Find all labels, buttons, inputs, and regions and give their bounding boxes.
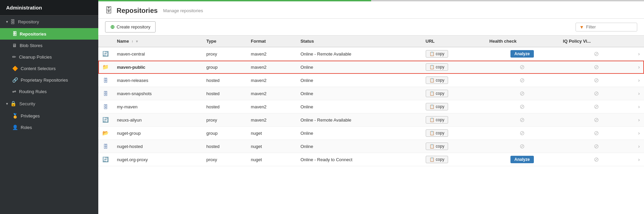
row-health-cell[interactable]: ⊘ <box>485 61 559 74</box>
row-actions-cell[interactable]: › <box>634 113 644 127</box>
row-url-cell[interactable]: 📋 copy <box>422 140 485 153</box>
row-url-cell[interactable]: 📋 copy <box>422 87 485 100</box>
repository-section-icon: 🗄 <box>10 19 15 25</box>
row-health-cell[interactable]: Analyze <box>485 153 559 166</box>
sidebar-item-routing-rules[interactable]: ⇌ Routing Rules <box>0 86 98 97</box>
row-health-cell[interactable]: ⊘ <box>485 87 559 100</box>
sidebar-item-cleanup-policies[interactable]: ✏ Cleanup Policies <box>0 51 98 63</box>
table-row[interactable]: 🗄 nuget-hosted hosted nuget Online 📋 cop… <box>98 140 644 153</box>
row-name-cell[interactable]: maven-releases <box>113 74 202 87</box>
row-type-cell: group <box>202 61 247 74</box>
row-health-cell[interactable]: ⊘ <box>485 100 559 113</box>
sidebar-item-blob-stores[interactable]: 🖥 Blob Stores <box>0 40 98 51</box>
copy-url-button[interactable]: 📋 copy <box>426 116 448 124</box>
row-url-cell[interactable]: 📋 copy <box>422 100 485 113</box>
page-title: Repositories <box>117 7 158 15</box>
row-format-cell: nuget <box>247 127 296 140</box>
row-icon-cell: 🗄 <box>98 100 113 113</box>
copy-url-button[interactable]: 📋 copy <box>426 63 448 71</box>
row-health-cell[interactable]: ⊘ <box>485 113 559 127</box>
analyze-button[interactable]: Analyze <box>510 50 534 58</box>
row-url-cell[interactable]: 📋 copy <box>422 61 485 74</box>
row-url-cell[interactable]: 📋 copy <box>422 47 485 61</box>
row-name-cell[interactable]: my-maven <box>113 100 202 113</box>
col-header-name[interactable]: Name ↑ ▾ <box>113 36 202 47</box>
row-health-cell[interactable]: ⊘ <box>485 127 559 140</box>
table-row[interactable]: 📂 nuget-group group nuget Online 📋 copy … <box>98 127 644 140</box>
row-icon-cell: 🔄 <box>98 113 113 127</box>
sidebar-item-repositories[interactable]: 🗄 Repositories <box>0 28 98 40</box>
table-row[interactable]: 🗄 maven-snapshots hosted maven2 Online 📋… <box>98 87 644 100</box>
row-expand-icon[interactable]: › <box>638 51 640 57</box>
table-row[interactable]: 🗄 my-maven hosted maven2 Online 📋 copy ⊘… <box>98 100 644 113</box>
row-expand-icon[interactable]: › <box>638 91 640 96</box>
col-header-health-check: Health check <box>485 36 559 47</box>
row-type-cell: hosted <box>202 140 247 153</box>
filter-input[interactable] <box>586 24 633 29</box>
copy-icon: 📋 <box>429 144 435 149</box>
row-name-cell[interactable]: nuget-hosted <box>113 140 202 153</box>
row-actions-cell[interactable]: › <box>634 87 644 100</box>
table-row[interactable]: 🔄 neuxs-aliyun proxy maven2 Online - Rem… <box>98 113 644 127</box>
row-actions-cell[interactable]: › <box>634 61 644 74</box>
row-actions-cell[interactable]: › <box>634 47 644 61</box>
iq-disabled-icon: ⊘ <box>594 103 599 110</box>
table-row[interactable]: 🔄 maven-central proxy maven2 Online - Re… <box>98 47 644 61</box>
row-expand-icon[interactable]: › <box>638 64 640 70</box>
copy-url-button[interactable]: 📋 copy <box>426 50 448 58</box>
row-name-cell[interactable]: neuxs-aliyun <box>113 113 202 127</box>
row-health-cell[interactable]: Analyze <box>485 47 559 61</box>
row-format-cell: maven2 <box>247 61 296 74</box>
row-name-cell[interactable]: nuget-group <box>113 127 202 140</box>
row-format-cell: maven2 <box>247 113 296 127</box>
row-expand-icon[interactable]: › <box>638 130 640 136</box>
sidebar-item-proprietary-repositories[interactable]: 🔗 Proprietary Repositories <box>0 74 98 86</box>
iq-disabled-icon: ⊘ <box>594 64 599 70</box>
row-icon-cell: 🗄 <box>98 87 113 100</box>
table-row[interactable]: 📁 maven-public group maven2 Online 📋 cop… <box>98 61 644 74</box>
sidebar-section-repository[interactable]: ▾ 🗄 Repository <box>0 16 98 28</box>
sidebar-item-privileges[interactable]: 🏅 Privileges <box>0 110 98 122</box>
row-expand-icon[interactable]: › <box>638 104 640 109</box>
sidebar-item-content-selectors[interactable]: 🔶 Content Selectors <box>0 63 98 74</box>
row-name-cell[interactable]: maven-public <box>113 61 202 74</box>
row-iq-cell: ⊘ <box>559 47 634 61</box>
row-expand-icon[interactable]: › <box>638 157 640 162</box>
sidebar-section-security[interactable]: ▾ 🔒 Security <box>0 97 98 110</box>
row-name-cell[interactable]: maven-central <box>113 47 202 61</box>
table-row[interactable]: 🗄 maven-releases hosted maven2 Online 📋 … <box>98 74 644 87</box>
row-url-cell[interactable]: 📋 copy <box>422 127 485 140</box>
copy-icon: 📋 <box>429 117 435 122</box>
copy-url-button[interactable]: 📋 copy <box>426 77 448 84</box>
table-row[interactable]: 🔄 nuget.org-proxy proxy nuget Online - R… <box>98 153 644 166</box>
filter-box[interactable]: ▼ <box>576 23 637 31</box>
copy-url-button[interactable]: 📋 copy <box>426 103 448 110</box>
copy-label: copy <box>436 78 444 83</box>
copy-url-button[interactable]: 📋 copy <box>426 129 448 137</box>
create-repository-button[interactable]: ⊕ Create repository <box>105 21 156 33</box>
row-health-cell[interactable]: ⊘ <box>485 74 559 87</box>
col-header-url: URL <box>422 36 485 47</box>
row-health-cell[interactable]: ⊘ <box>485 140 559 153</box>
row-expand-icon[interactable]: › <box>638 144 640 149</box>
row-iq-cell: ⊘ <box>559 61 634 74</box>
row-actions-cell[interactable]: › <box>634 100 644 113</box>
copy-url-button[interactable]: 📋 copy <box>426 143 448 150</box>
row-format-cell: nuget <box>247 140 296 153</box>
row-url-cell[interactable]: 📋 copy <box>422 113 485 127</box>
row-url-cell[interactable]: 📋 copy <box>422 74 485 87</box>
row-actions-cell[interactable]: › <box>634 127 644 140</box>
row-name-cell[interactable]: maven-snapshots <box>113 87 202 100</box>
col-name-filter-icon[interactable]: ▾ <box>136 39 138 43</box>
copy-url-button[interactable]: 📋 copy <box>426 90 448 97</box>
row-actions-cell[interactable]: › <box>634 140 644 153</box>
sidebar-item-roles[interactable]: 👤 Roles <box>0 122 98 133</box>
row-expand-icon[interactable]: › <box>638 78 640 83</box>
row-name-cell[interactable]: nuget.org-proxy <box>113 153 202 166</box>
row-url-cell[interactable]: 📋 copy <box>422 153 485 166</box>
row-expand-icon[interactable]: › <box>638 117 640 123</box>
row-actions-cell[interactable]: › <box>634 153 644 166</box>
row-actions-cell[interactable]: › <box>634 74 644 87</box>
copy-url-button[interactable]: 📋 copy <box>426 156 448 163</box>
analyze-button[interactable]: Analyze <box>510 156 534 163</box>
